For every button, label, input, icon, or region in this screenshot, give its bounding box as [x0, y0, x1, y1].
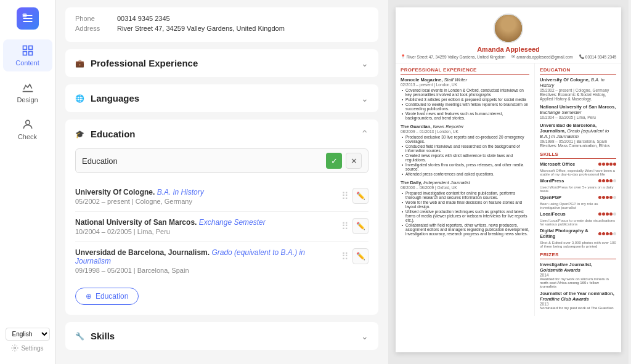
- cv-skill-name: WordPress: [540, 178, 564, 184]
- cv-edu-entry: Unversidad de Barcelona, Journalism, Gra…: [540, 123, 616, 148]
- cv-skill-desc: Used WordPress for over 5+ years on a da…: [540, 185, 616, 193]
- cv-edu-meta: 09/1998 – 05/2001 | Barcelona, Spain: [540, 139, 616, 144]
- email-icon: ✉: [511, 54, 515, 59]
- settings-link[interactable]: Settings: [11, 344, 43, 352]
- skills-icon: 🔧: [75, 332, 84, 341]
- cv-edu-school: University Of Cologne, B.A. in History: [540, 77, 616, 88]
- dot: [606, 212, 609, 216]
- cv-job-title: The Guardian, News Reporter: [401, 124, 529, 129]
- cv-job-meta: 02/2013 – present | London, UK: [401, 83, 529, 87]
- education-entry-title: Unversidad de Barcelona, Journalism. Gra…: [75, 248, 336, 265]
- svg-rect-2: [28, 46, 32, 50]
- drag-handle-icon[interactable]: ⠿: [341, 190, 349, 202]
- cv-prize-year: 2013: [540, 302, 616, 306]
- phone-label: Phone: [75, 15, 112, 22]
- cv-skill-desc: Been using OpenPGP in my role as investi…: [540, 202, 616, 209]
- section-title-input[interactable]: [82, 156, 322, 166]
- education-section: 🎓 Education ⌃ ✓ ✕ University Of Cologne.…: [65, 119, 378, 315]
- skills-title: Skills: [91, 331, 115, 341]
- section-header-left: 💼 Professional Experience: [75, 58, 198, 68]
- cv-bullet: Attended press conferences and asked que…: [401, 172, 529, 176]
- professional-experience-header[interactable]: 💼 Professional Experience ⌄: [65, 49, 378, 77]
- education-entry-actions: ⠿ ✏️: [336, 188, 368, 204]
- sidebar-item-check[interactable]: Check: [3, 113, 52, 145]
- cancel-edit-button[interactable]: ✕: [346, 153, 362, 169]
- sidebar-item-content[interactable]: Content: [3, 39, 52, 71]
- cv-skill-desc: Microsoft Office, especially Word have b…: [540, 169, 616, 176]
- cv-skill-row: OpenPGP: [540, 195, 616, 200]
- contact-info-card: Phone 00314 9345 2345 Address River Stre…: [65, 7, 378, 42]
- skills-header[interactable]: 🔧 Skills ⌄: [65, 322, 378, 350]
- cv-job-meta: 08/2009 – 01/2013 | London, UK: [401, 129, 529, 134]
- svg-rect-4: [28, 52, 32, 55]
- languages-header[interactable]: 🌐 Languages ⌄: [65, 84, 378, 112]
- professional-experience-section: 💼 Professional Experience ⌄: [65, 49, 378, 77]
- cv-skill: Microsoft Office Microsoft Office, espec…: [540, 161, 616, 176]
- dot: [598, 212, 601, 216]
- chevron-down-icon: ⌄: [361, 94, 368, 103]
- add-education-label: Education: [96, 292, 128, 301]
- sidebar-item-design[interactable]: Design: [3, 76, 52, 108]
- cv-bullet: Produced exclusive 30 live reports and c…: [401, 135, 529, 144]
- section-header-left: 🌐 Languages: [75, 93, 139, 103]
- dot: [598, 196, 601, 199]
- drag-handle-icon[interactable]: ⠿: [341, 220, 349, 232]
- section-header-left: 🎓 Education: [75, 129, 136, 139]
- sidebar-item-label: Check: [18, 133, 37, 140]
- check-icon: [22, 118, 34, 131]
- cv-skill-row: Digital Photography & Editing: [540, 228, 616, 239]
- edit-entry-button[interactable]: ✏️: [352, 188, 368, 204]
- collapse-button[interactable]: ⌃: [360, 128, 368, 140]
- dot: [602, 196, 605, 199]
- chevron-down-icon: ⌄: [361, 331, 368, 341]
- dot: [609, 212, 613, 216]
- cv-job: The Daily, Independent Journalist 08/200…: [401, 180, 529, 236]
- cv-edu-meta: 05/2002 – present | Cologne, Germany: [540, 88, 616, 92]
- dot: [609, 179, 613, 182]
- education-entry-actions: ⠿ ✏️: [336, 218, 368, 234]
- cv-job: The Guardian, News Reporter 08/2009 – 01…: [401, 124, 529, 176]
- phone-row: Phone 00314 9345 2345: [75, 15, 368, 22]
- education-header[interactable]: 🎓 Education ⌃: [65, 119, 378, 148]
- confirm-edit-button[interactable]: ✓: [326, 153, 342, 169]
- address-label: Address: [75, 25, 112, 32]
- cv-name: Amanda Appleseed: [477, 46, 540, 53]
- cv-job-title: The Daily, Independent Journalist: [401, 180, 529, 185]
- cv-bullet: Contributed to weekly meetings with fell…: [401, 102, 529, 111]
- drag-handle-icon[interactable]: ⠿: [341, 251, 349, 262]
- cv-skill-dots: [598, 232, 616, 235]
- education-icon: 🎓: [75, 130, 84, 139]
- dot: [609, 196, 613, 199]
- chevron-down-icon: ⌄: [361, 59, 368, 68]
- app-logo: [17, 7, 39, 30]
- education-entry-meta: 05/2002 – present | Cologne, Germany: [75, 198, 336, 205]
- cv-email: ✉ amanda.appleseed@gmail.com: [511, 54, 573, 59]
- edit-entry-button[interactable]: ✏️: [352, 248, 368, 264]
- dot: [606, 196, 609, 199]
- dot: [602, 179, 605, 182]
- section-header-left: 🔧 Skills: [75, 331, 115, 341]
- edit-entry-button[interactable]: ✏️: [352, 218, 368, 234]
- cv-bullet: Wrote for the web and made final decisio…: [401, 200, 529, 209]
- cv-skill-name: Digital Photography & Editing: [540, 228, 598, 239]
- cv-bullet: Utilised creative production techniques …: [401, 209, 529, 222]
- cv-bullet: Created news reports with strict adheren…: [401, 153, 529, 162]
- cv-bullet: Investigated stories thru contacts, pres…: [401, 163, 529, 171]
- add-education-button[interactable]: ⊕ Education: [75, 288, 139, 305]
- language-selector[interactable]: English: [6, 328, 50, 341]
- cv-prizes-title: Prizes: [540, 252, 616, 259]
- school-name: Unversidad de Barcelona, Journalism.: [75, 248, 210, 257]
- cv-edu-school: Unversidad de Barcelona, Journalism, Gra…: [540, 123, 616, 139]
- svg-point-5: [25, 120, 30, 124]
- cv-education-title: Education: [540, 67, 616, 75]
- address-value: River Street 47, 34259 Valley Gardens, U…: [117, 25, 285, 32]
- cv-skill-row: LocalFocus: [540, 211, 616, 217]
- briefcase-icon: 💼: [75, 59, 84, 68]
- plus-icon: ⊕: [86, 292, 92, 301]
- school-name: National University of San Marcos.: [75, 218, 197, 227]
- cv-skill-desc: Used LocalFocus to create data visualisa…: [540, 219, 616, 226]
- sidebar-bottom: English Settings: [6, 328, 50, 357]
- settings-label: Settings: [21, 345, 43, 352]
- cv-skill-name: OpenPGP: [540, 195, 561, 200]
- cv-prize-year: 2014: [540, 273, 616, 277]
